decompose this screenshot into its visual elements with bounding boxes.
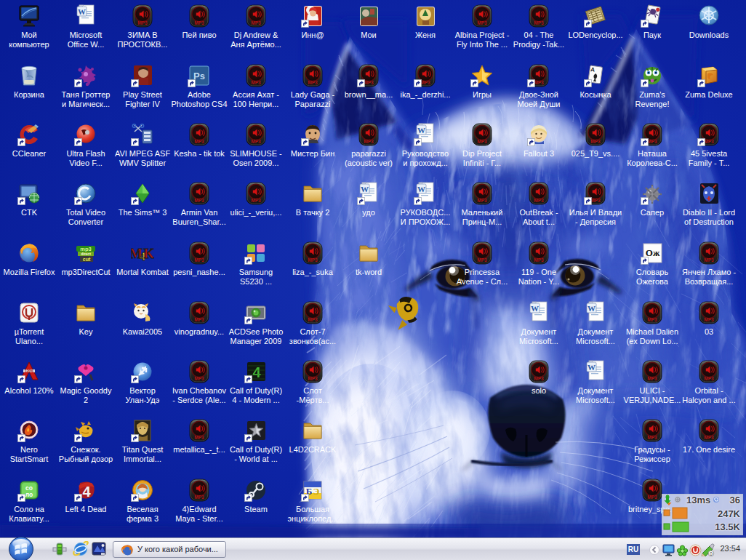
svg-text:MP3: MP3 bbox=[420, 80, 430, 85]
svg-text:W: W bbox=[417, 185, 425, 193]
svg-text:MP3: MP3 bbox=[477, 20, 487, 25]
svg-text:MP3: MP3 bbox=[534, 20, 544, 25]
svg-text:MP3: MP3 bbox=[308, 376, 318, 381]
svg-text:cut: cut bbox=[83, 257, 91, 262]
svg-text:MP3: MP3 bbox=[194, 257, 204, 263]
svg-text:0: 0 bbox=[710, 551, 713, 556]
svg-text:MP3: MP3 bbox=[704, 139, 714, 144]
svg-text:MP3: MP3 bbox=[534, 376, 544, 381]
svg-text:MP3: MP3 bbox=[308, 257, 318, 263]
svg-text:MP3: MP3 bbox=[137, 20, 148, 25]
svg-text:MP3: MP3 bbox=[534, 80, 544, 85]
svg-text:Ож: Ож bbox=[646, 247, 660, 258]
svg-text:W: W bbox=[361, 185, 369, 193]
svg-text:MP3: MP3 bbox=[477, 257, 487, 263]
svg-text:MP3: MP3 bbox=[251, 80, 261, 85]
svg-text:4: 4 bbox=[82, 484, 91, 500]
svg-text:Э: Э bbox=[313, 486, 320, 497]
svg-text:MP3: MP3 bbox=[590, 198, 601, 203]
svg-text:MP3: MP3 bbox=[534, 198, 544, 203]
svg-text:MP3: MP3 bbox=[251, 20, 261, 25]
svg-text:MP3: MP3 bbox=[194, 20, 204, 25]
svg-text:K: K bbox=[144, 246, 154, 261]
svg-text:MP3: MP3 bbox=[704, 376, 714, 381]
svg-text:MP3: MP3 bbox=[308, 80, 318, 85]
svg-text:MP3: MP3 bbox=[534, 257, 544, 263]
svg-text:120%: 120% bbox=[25, 369, 33, 373]
svg-text:ло: ло bbox=[25, 491, 33, 498]
svg-text:MP3: MP3 bbox=[194, 317, 204, 322]
svg-text:MP3: MP3 bbox=[590, 139, 601, 144]
svg-text:MP3: MP3 bbox=[704, 257, 714, 263]
svg-text:MP3: MP3 bbox=[308, 317, 318, 322]
svg-text:direct: direct bbox=[81, 252, 91, 256]
svg-text:MP3: MP3 bbox=[251, 198, 261, 203]
svg-text:MP3: MP3 bbox=[194, 139, 204, 144]
svg-text:MP3: MP3 bbox=[194, 376, 204, 381]
svg-text:MP3: MP3 bbox=[194, 435, 204, 440]
svg-text:MP3: MP3 bbox=[194, 198, 204, 203]
svg-text:4: 4 bbox=[252, 364, 261, 380]
svg-text:MP3: MP3 bbox=[364, 139, 374, 144]
svg-text:MP3: MP3 bbox=[704, 435, 714, 440]
svg-text:W: W bbox=[78, 7, 86, 16]
svg-text:MP3: MP3 bbox=[647, 435, 657, 440]
svg-text:MP3: MP3 bbox=[477, 198, 487, 203]
svg-text:MP3: MP3 bbox=[647, 495, 657, 500]
svg-text:MP3: MP3 bbox=[477, 139, 487, 144]
svg-text:MP3: MP3 bbox=[251, 139, 261, 144]
svg-text:MP3: MP3 bbox=[647, 317, 657, 322]
svg-text:MP3: MP3 bbox=[647, 376, 657, 381]
svg-text:MP3: MP3 bbox=[194, 495, 204, 500]
svg-text:W: W bbox=[587, 363, 595, 372]
svg-text:MP3: MP3 bbox=[647, 139, 657, 144]
svg-text:W: W bbox=[531, 304, 539, 313]
svg-text:MP3: MP3 bbox=[364, 80, 374, 85]
svg-text:MP3: MP3 bbox=[704, 317, 714, 322]
svg-text:W: W bbox=[587, 304, 595, 313]
svg-text:W: W bbox=[417, 126, 425, 135]
